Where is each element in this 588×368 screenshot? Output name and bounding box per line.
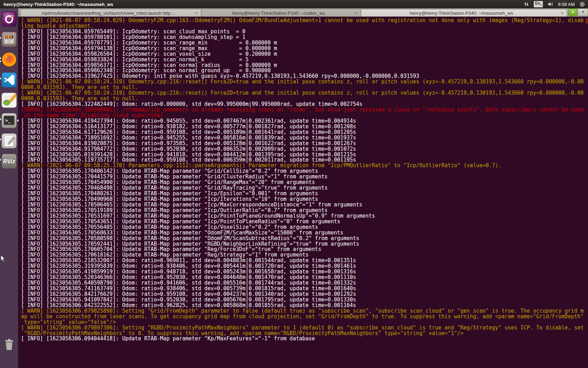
dock-item-text-editor[interactable] xyxy=(1,133,17,149)
terminal-line: [ INFO] [1623056305.218532007]: Odom: ra… xyxy=(21,258,588,264)
running-indicator xyxy=(0,36,1,39)
running-indicator xyxy=(0,158,1,161)
terminal-output[interactable]: [ WARN] (2021-06-07 09:58:24.029) Odomet… xyxy=(0,17,588,368)
terminal-line: [ INFO] [1623056304.617129626]: Odom: ra… xyxy=(21,130,588,135)
terminal-line: [ INFO] [1623056305.842176629]: Odom: ra… xyxy=(21,292,588,297)
terminal-line: [ INFO] [1623056305.520346366]: Odom: ra… xyxy=(21,275,588,280)
running-indicator xyxy=(0,138,1,141)
terminal-line: [ INFO] [1623056305.170441579]: Update R… xyxy=(21,174,588,180)
terminal-line: [ INFO] [1623056305.741163749]: Odom: ra… xyxy=(21,286,588,292)
close-icon[interactable]: × xyxy=(354,10,358,16)
running-indicator xyxy=(0,57,1,60)
terminal-line: [ INFO] [1623056305.170468498]: Update R… xyxy=(21,185,588,191)
dock-item-file-manager[interactable] xyxy=(1,32,17,47)
ubuntu-dash-icon xyxy=(1,11,17,27)
terminal-line: [ INFO] [1623056305.941097842]: Odom: ra… xyxy=(21,297,588,303)
system-tray: En1 9:59 AM xyxy=(524,1,585,7)
terminal-line: [ INFO] [1623056304.059765449]: IcpOdome… xyxy=(21,29,588,35)
focused-indicator xyxy=(17,119,19,122)
session-gear-icon[interactable] xyxy=(579,1,585,7)
clock[interactable]: 9:59 AM xyxy=(558,2,575,7)
terminal-line: 0000,0.031593). They are set to null. xyxy=(21,96,588,102)
running-indicator xyxy=(0,77,1,80)
terminal-line: [ INFO] [1623056305.170506465]: Update R… xyxy=(21,202,588,208)
terminal-line: [ WARN] (2021-06-07 09:58:24.029) Odomet… xyxy=(21,18,588,23)
volume-speaker-icon[interactable] xyxy=(547,1,553,7)
terminal-line: "RGBD/ProximityPathMaxNeighbors" to 0. T… xyxy=(21,331,588,336)
terminal-line: [ WARN] [1623056306.079897306]: Setting … xyxy=(21,325,588,331)
terminal-line: [ INFO] [1623056305.170618162]: Update R… xyxy=(21,252,588,258)
terminal-line: [ WARN] [1623056306.079825890]: Setting … xyxy=(21,308,588,314)
new-tab-button[interactable]: + xyxy=(568,8,577,16)
terminal-line: [ INFO] [1623056304.319627425]: Odometry… xyxy=(21,74,588,79)
tab-list-chevron-down-icon[interactable]: ▼ xyxy=(578,8,588,16)
network-updown-arrows-icon[interactable] xyxy=(524,1,529,7)
close-icon[interactable]: × xyxy=(560,10,565,16)
terminal-line: [ERROR] [1623056304.360398602]: /rtabmap… xyxy=(21,107,588,113)
tab-catkin-ws[interactable]: henry@henry-ThinkStation-P340: ~/catkin_… xyxy=(201,9,360,16)
terminal-line: [ INFO] [1623056305.170556405]: Update R… xyxy=(21,225,588,230)
scrollbar-thumb[interactable] xyxy=(586,18,588,24)
terminal-line: [ INFO] [1623056304.059787791]: IcpOdome… xyxy=(21,40,588,46)
tab-view-robot-launch[interactable]: /opt/ros/kinetic/share/warthog_viz/launc… xyxy=(20,9,201,16)
dock-item-terminal[interactable]: >_ xyxy=(1,113,17,128)
text-editor-icon xyxy=(1,133,17,149)
dock-item-firefox[interactable] xyxy=(1,52,17,67)
terminal-line: [ INFO] [1623056304.059862348]: IcpOdome… xyxy=(21,68,588,74)
dock: >_ RViz xyxy=(0,8,18,368)
trash-icon xyxy=(1,337,17,353)
terminal-icon: >_ xyxy=(1,113,17,128)
terminal-line: [ INFO] [1623056304.059826504]: IcpOdome… xyxy=(21,52,588,57)
svg-text:RViz: RViz xyxy=(3,158,15,164)
terminal-line: [ INFO] [1623056304.718951692]: Odom: ra… xyxy=(21,135,588,141)
terminal-line: [ INFO] [1623056305.319395839]: Odom: ra… xyxy=(21,264,588,269)
terminal-line: [ WARN] (2021-06-07 09:58:24.319) Odomet… xyxy=(21,79,588,85)
tab-masoumeh-ws[interactable]: henry@henry-ThinkStation-P340: ~/masoume… xyxy=(361,9,567,16)
tab-bar: /opt/ros/kinetic/share/warthog_viz/launc… xyxy=(0,8,588,17)
tab-label: /opt/ros/kinetic/share/warthog_viz/launc… xyxy=(23,11,194,16)
terminal-line: [ WARN] (2021-06-07 09:58:24.319) Odomet… xyxy=(21,90,588,96)
terminal-line: ap will be constructed from laser scans.… xyxy=(21,314,588,320)
notes-app-icon xyxy=(1,93,17,108)
close-icon[interactable]: × xyxy=(194,10,199,16)
firefox-icon xyxy=(1,52,17,67)
terminal-line: [ INFO] [1623056305.170406142]: Update R… xyxy=(21,169,588,174)
terminal-line: [ INFO] [1623056304.322482449]: Odom: ra… xyxy=(21,102,588,107)
dock-item-vscode[interactable] xyxy=(1,72,17,88)
top-panel: henry@henry-ThinkStation-P340: ~/masoume… xyxy=(0,0,588,8)
vscode-icon xyxy=(1,72,17,88)
keyboard-layout-indicator[interactable]: En1 xyxy=(534,1,543,7)
file-manager-icon xyxy=(1,32,17,47)
terminal-line: at the same time! Disabling cloud subscr… xyxy=(21,113,588,118)
terminal-line: [ INFO] [1623056304.516413177]: Odom: ra… xyxy=(21,124,588,130)
terminal-line: [ INFO] [1623056305.170480261]: Update R… xyxy=(21,191,588,197)
window-title: henry@henry-ThinkStation-P340: ~/masoume… xyxy=(4,2,524,7)
terminal-line: [ INFO] [1623056305.019391428]: Odom: ra… xyxy=(21,152,588,158)
terminal-line: [ INFO] [1623056304.059794138]: IcpOdome… xyxy=(21,46,588,52)
terminal-line: type="string" value="false"/> xyxy=(21,320,588,325)
tab-label: henry@henry-ThinkStation-P340: ~/masoume… xyxy=(363,11,560,16)
terminal-line: [ INFO] [1623056305.170454900]: Update R… xyxy=(21,180,588,185)
terminal-line: [ INFO] [1623056305.170531697]: Update R… xyxy=(21,213,588,219)
dock-item-trash[interactable] xyxy=(1,337,17,353)
terminal-line: [ INFO] [1623056306.042322552]: Odom: ra… xyxy=(21,303,588,308)
terminal-line: [ INFO] [1623056305.170580598]: Update R… xyxy=(21,236,588,241)
terminal-line: [ INFO] [1623056305.170543651]: Update R… xyxy=(21,219,588,225)
rviz-icon: RViz xyxy=(1,154,17,169)
running-indicator xyxy=(0,118,1,121)
terminal-line: [ INFO] [1623056304.059856371]: IcpOdome… xyxy=(21,63,588,68)
terminal-line: [ INFO] [1623056305.170592441]: Update R… xyxy=(21,241,588,247)
terminal-line: [ INFO] [1623056305.170605704]: Update R… xyxy=(21,247,588,252)
terminal-line: [ INFO] [1623056305.170490968]: Update R… xyxy=(21,197,588,202)
dock-item-ubuntu-dash[interactable] xyxy=(1,11,17,27)
terminal-line: [ INFO] [1623056306.094044418]: Update R… xyxy=(21,336,588,342)
dock-item-notes-app[interactable] xyxy=(1,93,17,108)
terminal-line: [ INFO] [1623056304.059833824]: IcpOdome… xyxy=(21,57,588,63)
mouse-cursor xyxy=(0,255,5,262)
running-indicator xyxy=(0,60,1,63)
tab-label: henry@henry-ThinkStation-P340: ~/catkin_… xyxy=(204,11,353,16)
dock-item-rviz[interactable]: RViz xyxy=(1,154,17,169)
terminal-line: [ INFO] [1623056304.819020875]: Odom: ra… xyxy=(21,141,588,146)
terminal-line: [ INFO] [1623056304.059780101]: IcpOdome… xyxy=(21,35,588,40)
terminal-line: [ INFO] [1623056304.917984772]: Odom: ra… xyxy=(21,146,588,152)
